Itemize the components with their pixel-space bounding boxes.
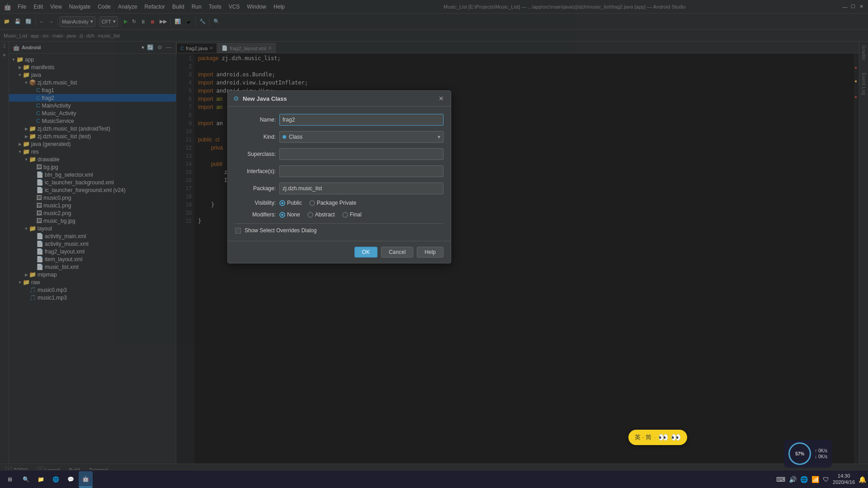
overrides-checkbox-label: Show Select Overrides Dialog	[245, 227, 316, 234]
superclass-row: Superclass:	[235, 148, 443, 160]
package-row: Package:	[235, 183, 443, 194]
taskbar-android-studio[interactable]: 🤖	[79, 471, 93, 488]
kind-select-value: Class	[289, 134, 302, 140]
floating-minion: 👀	[658, 432, 668, 442]
notification-icon[interactable]: 🔔	[859, 476, 866, 483]
modifier-final[interactable]: Final	[342, 211, 362, 218]
files-icon: 📁	[38, 476, 44, 483]
dialog-title-text: New Java Class	[243, 95, 434, 102]
taskbar-wifi-icon[interactable]: 📶	[811, 476, 819, 483]
taskbar: ⊞ 🔍 📁 🌐 💬 🤖 ⌨ 🔊 🌐 📶 🛡 14:30 2020/4/16 🔔	[0, 470, 868, 488]
kind-row: Kind: Class ▾	[235, 131, 443, 143]
floating-minion2: 👀	[671, 432, 681, 442]
modifiers-radio-group: None Abstract Final	[279, 211, 443, 218]
start-icon: ⊞	[8, 476, 12, 483]
taskbar-antivirus-icon[interactable]: 🛡	[823, 476, 829, 483]
package-label: Package:	[235, 185, 276, 192]
sys-widget: 57% ↑ 0K/s ↓ 0K/s	[784, 440, 832, 468]
search-icon: 🔍	[23, 476, 29, 483]
network-stats: ↑ 0K/s ↓ 0K/s	[815, 448, 827, 459]
taskbar-volume-icon[interactable]: 🔊	[789, 476, 797, 483]
wechat-icon: 💬	[67, 476, 74, 483]
interfaces-input[interactable]	[279, 165, 443, 177]
visibility-pkg-circle	[309, 200, 315, 206]
modifier-final-label: Final	[350, 211, 362, 218]
floating-widget[interactable]: 英 · 简 · 👀 👀	[628, 430, 687, 445]
new-java-class-dialog: ⚙ New Java Class ✕ Name: Kind: Class ▾	[227, 90, 451, 263]
modifiers-label: Modifiers:	[235, 211, 276, 218]
visibility-radio-group: Public Package Private	[279, 200, 443, 206]
dialog-close-button[interactable]: ✕	[437, 94, 445, 103]
modifier-none-label: None	[287, 211, 300, 218]
visibility-public[interactable]: Public	[279, 200, 302, 206]
visibility-label: Visibility:	[235, 200, 276, 206]
package-input[interactable]	[279, 183, 443, 194]
kind-label: Kind:	[235, 134, 276, 140]
taskbar-files[interactable]: 📁	[34, 471, 48, 488]
floating-text: 英 · 简	[635, 433, 651, 441]
taskbar-browser[interactable]: 🌐	[49, 471, 63, 488]
name-label: Name:	[235, 117, 276, 123]
visibility-package-private[interactable]: Package Private	[309, 200, 356, 206]
kind-dropdown-arrow: ▾	[438, 134, 440, 140]
modifier-none-dot	[281, 214, 283, 216]
visibility-pkg-label: Package Private	[317, 200, 356, 206]
superclass-input[interactable]	[279, 148, 443, 160]
interfaces-row: Interface(s):	[235, 165, 443, 177]
name-input[interactable]	[279, 114, 443, 126]
dialog-title-icon: ⚙	[233, 95, 239, 102]
taskbar-search[interactable]: 🔍	[19, 471, 33, 488]
cpu-percent: 57%	[795, 451, 804, 456]
name-row: Name:	[235, 114, 443, 126]
upload-speed: ↑ 0K/s	[815, 448, 827, 453]
overrides-checkbox[interactable]	[235, 228, 241, 234]
android-studio-icon: 🤖	[82, 476, 89, 482]
modifiers-row: Modifiers: None Abstract Final	[235, 211, 443, 218]
cancel-button[interactable]: Cancel	[381, 247, 413, 258]
modifier-abstract-label: Abstract	[315, 211, 335, 218]
modifier-abstract-circle	[307, 212, 313, 218]
taskbar-right: ⌨ 🔊 🌐 📶 🛡 14:30 2020/4/16 🔔	[776, 473, 866, 485]
cpu-usage-circle: 57%	[788, 442, 811, 465]
start-button[interactable]: ⊞	[2, 471, 18, 488]
modifier-abstract[interactable]: Abstract	[307, 211, 335, 218]
dialog-footer: OK Cancel Help	[228, 241, 451, 263]
date-display: 2020/4/16	[833, 479, 855, 485]
superclass-label: Superclass:	[235, 151, 276, 157]
ok-button[interactable]: OK	[354, 247, 377, 258]
modifier-final-circle	[342, 212, 348, 218]
visibility-row: Visibility: Public Package Private	[235, 200, 443, 206]
visibility-public-label: Public	[287, 200, 302, 206]
kind-select-content: Class	[283, 134, 302, 140]
taskbar-keyboard-icon[interactable]: ⌨	[776, 476, 785, 483]
kind-select[interactable]: Class ▾	[279, 131, 443, 143]
modifier-none[interactable]: None	[279, 211, 300, 218]
dialog-separator	[235, 223, 443, 224]
help-button[interactable]: Help	[417, 247, 443, 258]
modifier-none-circle	[279, 212, 285, 218]
kind-select-dot	[283, 135, 286, 139]
time-display: 14:30	[833, 473, 855, 479]
taskbar-wechat[interactable]: 💬	[64, 471, 78, 488]
dialog-body: Name: Kind: Class ▾ Superclass:	[228, 107, 451, 241]
browser-icon: 🌐	[52, 476, 59, 483]
visibility-public-dot	[281, 202, 283, 204]
dialog-overlay: ⚙ New Java Class ✕ Name: Kind: Class ▾	[0, 0, 868, 488]
download-speed: ↓ 0K/s	[815, 454, 827, 459]
overrides-checkbox-row: Show Select Overrides Dialog	[235, 227, 443, 234]
dialog-title-bar: ⚙ New Java Class ✕	[228, 91, 451, 107]
taskbar-time[interactable]: 14:30 2020/4/16	[833, 473, 855, 485]
interfaces-label: Interface(s):	[235, 168, 276, 174]
taskbar-network-icon[interactable]: 🌐	[800, 476, 808, 483]
visibility-public-circle	[279, 200, 285, 206]
